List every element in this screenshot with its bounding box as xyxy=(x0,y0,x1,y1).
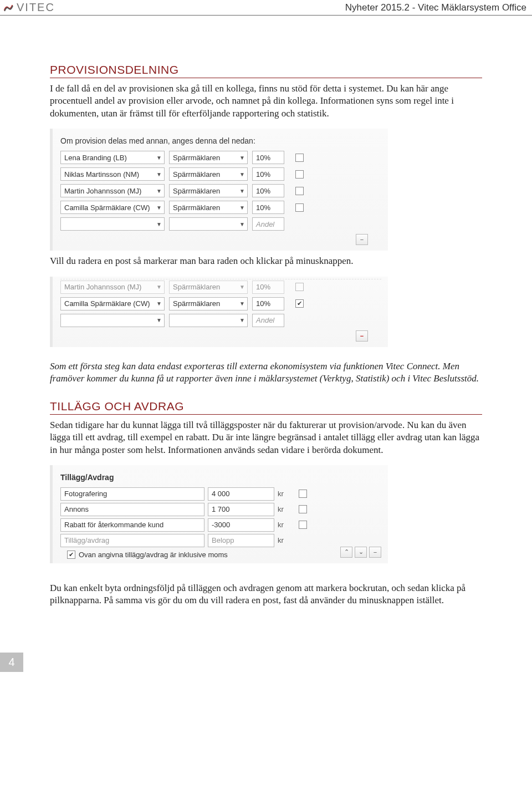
provision-row: Martin Johannsson (MJ)▼ Spärrmäklaren▼ 1… xyxy=(60,184,381,197)
percent-input[interactable]: Andel xyxy=(252,217,284,231)
panel1-title: Om provision delas med annan, anges denn… xyxy=(60,136,381,145)
vitec-logo-text: VITEC xyxy=(17,1,55,14)
role-select[interactable]: Spärrmäklaren▼ xyxy=(169,167,248,181)
addon-amount-input[interactable]: 1 700 xyxy=(208,503,274,516)
role-select[interactable]: Spärrmäklaren▼ xyxy=(169,281,248,294)
minus-icon: − xyxy=(360,236,364,243)
chevron-down-icon: ▼ xyxy=(239,205,245,211)
currency-label: kr xyxy=(278,505,289,513)
chevron-down-icon: ▼ xyxy=(239,317,245,323)
page-number: 4 xyxy=(0,653,23,672)
closing-paragraph: Du kan enkelt byta ordningsföljd på till… xyxy=(50,582,482,607)
role-name: Spärrmäklaren xyxy=(173,299,220,308)
double-chevron-up-icon: ⌃ xyxy=(344,548,349,556)
addon-amount-input[interactable]: -3000 xyxy=(208,518,274,532)
addon-amount-input[interactable]: Belopp xyxy=(208,534,274,547)
italic-note: Som ett första steg kan data endast expo… xyxy=(50,360,482,385)
moms-checkbox[interactable] xyxy=(67,551,75,559)
addon-amount-input[interactable]: 4 000 xyxy=(208,487,274,501)
addon-name-input[interactable]: Annons xyxy=(60,503,204,516)
row-checkbox[interactable] xyxy=(295,170,304,179)
percent-input[interactable]: 10% xyxy=(252,167,284,181)
percent-input[interactable]: 10% xyxy=(252,297,284,310)
provision-row: Lena Branding (LB)▼ Spärrmäklaren▼ 10% xyxy=(60,151,381,164)
currency-label: kr xyxy=(278,536,289,544)
section2-paragraph: Sedan tidigare har du kunnat lägga till … xyxy=(50,419,482,456)
role-name: Spärrmäklaren xyxy=(173,187,220,195)
role-select[interactable]: Spärrmäklaren▼ xyxy=(169,151,248,164)
role-select[interactable]: Spärrmäklaren▼ xyxy=(169,297,248,310)
addon-name-input[interactable]: Fotografering xyxy=(60,487,204,501)
colleague-select[interactable]: Lena Branding (LB)▼ xyxy=(60,151,165,164)
row-checkbox[interactable] xyxy=(295,203,304,212)
move-down-button[interactable]: ⌄ xyxy=(355,547,367,558)
document-header: VITEC Nyheter 2015.2 - Vitec Mäklarsyste… xyxy=(0,0,532,16)
colleague-name: Camilla Spärmäklare (CW) xyxy=(64,203,150,212)
chevron-down-icon: ▼ xyxy=(239,300,245,307)
provision-row: Camilla Spärmäklare (CW)▼ Spärrmäklaren▼… xyxy=(60,297,381,310)
move-up-button[interactable]: ⌃ xyxy=(340,547,352,558)
tillagg-avdrag-panel: Tillägg/Avdrag Fotografering 4 000 kr An… xyxy=(50,465,388,563)
row-checkbox[interactable] xyxy=(295,187,304,195)
chevron-down-icon: ▼ xyxy=(156,300,162,307)
moms-label: Ovan angivna tillägg/avdrag är inklusive… xyxy=(79,551,228,559)
vitec-logo-icon xyxy=(3,3,13,13)
addon-name-input[interactable]: Tillägg/avdrag xyxy=(60,534,204,547)
chevron-down-icon: ▼ xyxy=(156,317,162,323)
document-title: Nyheter 2015.2 - Vitec Mäklarsystem Offi… xyxy=(345,2,526,13)
percent-input[interactable]: 10% xyxy=(252,151,284,164)
chevron-down-icon: ▼ xyxy=(156,188,162,194)
colleague-select[interactable]: ▼ xyxy=(60,217,165,231)
chevron-down-icon: ▼ xyxy=(239,155,245,161)
role-select[interactable]: ▼ xyxy=(169,314,248,327)
addon-row-empty: Tillägg/avdrag Belopp kr xyxy=(60,534,381,547)
colleague-name: Niklas Martinsson (NM) xyxy=(64,170,139,179)
colleague-name: Camilla Spärmäklare (CW) xyxy=(64,299,150,308)
row-checkbox[interactable] xyxy=(295,154,304,162)
colleague-select[interactable]: Niklas Martinsson (NM)▼ xyxy=(60,167,165,181)
chevron-down-icon: ▼ xyxy=(239,284,245,290)
percent-input[interactable]: Andel xyxy=(252,314,284,327)
row-checkbox[interactable] xyxy=(295,283,304,291)
provision-row: Niklas Martinsson (NM)▼ Spärrmäklaren▼ 1… xyxy=(60,167,381,181)
colleague-select[interactable]: Camilla Spärmäklare (CW)▼ xyxy=(60,201,165,214)
section-heading-tillagg-avdrag: TILLÄGG OCH AVDRAG xyxy=(50,400,482,415)
chevron-down-icon: ▼ xyxy=(239,188,245,194)
percent-input[interactable]: 10% xyxy=(252,201,284,214)
colleague-select[interactable]: Martin Johannsson (MJ)▼ xyxy=(60,281,165,294)
remove-row-button[interactable]: − xyxy=(356,330,368,342)
role-select[interactable]: Spärrmäklaren▼ xyxy=(169,201,248,214)
percent-input[interactable]: 10% xyxy=(252,281,284,294)
row-checkbox[interactable] xyxy=(299,490,307,498)
minus-icon: − xyxy=(360,333,364,339)
role-select[interactable]: ▼ xyxy=(169,217,248,231)
addon-row: Rabatt för återkommande kund -3000 kr xyxy=(60,518,381,532)
addon-name-input[interactable]: Rabatt för återkommande kund xyxy=(60,518,204,532)
provision-row-empty: ▼ ▼ Andel xyxy=(60,314,381,327)
mid-paragraph: Vill du radera en post så markerar man b… xyxy=(50,255,482,267)
section1-paragraph: I de fall då en del av provisionen ska g… xyxy=(50,83,482,120)
row-checkbox[interactable] xyxy=(299,521,307,529)
row-checkbox[interactable] xyxy=(299,505,307,513)
chevron-down-icon: ▼ xyxy=(156,155,162,161)
colleague-name: Lena Branding (LB) xyxy=(64,154,127,162)
provision-share-panel: Om provision delas med annan, anges denn… xyxy=(50,129,388,251)
row-checkbox[interactable] xyxy=(295,299,304,308)
currency-label: kr xyxy=(278,490,289,498)
role-name: Spärrmäklaren xyxy=(173,203,220,212)
colleague-name: Martin Johannsson (MJ) xyxy=(64,283,141,291)
chevron-down-icon: ▼ xyxy=(239,221,245,227)
colleague-select[interactable]: Martin Johannsson (MJ)▼ xyxy=(60,184,165,197)
remove-row-button[interactable]: − xyxy=(356,234,368,245)
remove-row-button[interactable]: − xyxy=(369,547,381,558)
provision-share-panel-example: Martin Johannsson (MJ)▼ Spärrmäklaren▼ 1… xyxy=(50,277,388,347)
addon-row: Fotografering 4 000 kr xyxy=(60,487,381,501)
colleague-select[interactable]: Camilla Spärmäklare (CW)▼ xyxy=(60,297,165,310)
currency-label: kr xyxy=(278,521,289,529)
provision-row: Martin Johannsson (MJ)▼ Spärrmäklaren▼ 1… xyxy=(60,279,381,294)
role-select[interactable]: Spärrmäklaren▼ xyxy=(169,184,248,197)
chevron-down-icon: ▼ xyxy=(239,171,245,177)
role-name: Spärrmäklaren xyxy=(173,170,220,179)
colleague-select[interactable]: ▼ xyxy=(60,314,165,327)
percent-input[interactable]: 10% xyxy=(252,184,284,197)
